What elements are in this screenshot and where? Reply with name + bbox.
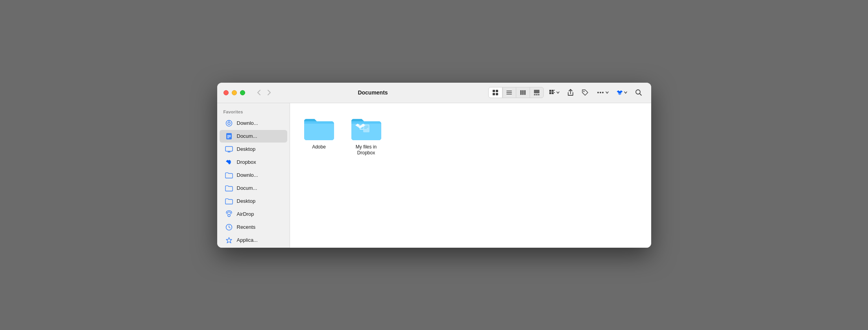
- view-toggle-group: [488, 87, 544, 98]
- svg-point-29: [228, 214, 230, 217]
- svg-rect-8: [522, 90, 524, 95]
- sidebar-item-desktop-folder[interactable]: Desktop: [220, 195, 287, 208]
- svg-rect-15: [552, 90, 554, 92]
- folder-my-files-dropbox-label: My files in Dropbox: [350, 144, 383, 156]
- finder-window: Documents: [217, 83, 651, 248]
- minimize-button[interactable]: [232, 90, 237, 95]
- svg-rect-1: [496, 90, 498, 92]
- view-list-button[interactable]: [502, 87, 516, 98]
- svg-rect-19: [554, 92, 555, 93]
- sidebar-item-downloads-icloud[interactable]: Downlo...: [220, 117, 287, 130]
- svg-rect-4: [506, 91, 512, 91]
- desktop-folder-icon: [225, 197, 233, 205]
- maximize-button[interactable]: [240, 90, 245, 95]
- sidebar-label-documents-folder: Docum...: [237, 185, 257, 191]
- folder-adobe-label: Adobe: [312, 144, 326, 150]
- sidebar-label-applications: Applica...: [237, 237, 258, 243]
- documents-folder-icon: [225, 184, 233, 192]
- sidebar-label-downloads-icloud: Downlo...: [237, 120, 258, 126]
- sidebar-item-documents[interactable]: Docum...: [220, 130, 287, 143]
- sidebar-label-airdrop: AirDrop: [237, 211, 254, 217]
- svg-point-26: [228, 122, 230, 124]
- applications-icon: [225, 236, 233, 244]
- my-files-dropbox-folder-icon: [351, 116, 382, 141]
- svg-rect-9: [524, 90, 526, 95]
- svg-rect-10: [534, 90, 539, 93]
- svg-rect-17: [549, 92, 551, 94]
- sidebar-item-creative[interactable]: Creativ...: [220, 247, 287, 248]
- svg-rect-27: [226, 133, 232, 139]
- sidebar-item-airdrop[interactable]: AirDrop: [220, 208, 287, 221]
- svg-rect-3: [496, 93, 498, 95]
- traffic-lights: [223, 90, 245, 95]
- svg-rect-0: [493, 90, 495, 92]
- svg-rect-13: [538, 94, 539, 95]
- folder-my-files-dropbox[interactable]: My files in Dropbox: [347, 113, 386, 159]
- nav-buttons: [255, 88, 273, 97]
- sidebar-item-recents[interactable]: Recents: [220, 221, 287, 234]
- toolbar-right: [488, 87, 645, 98]
- favorites-section-label: Favorites: [217, 108, 290, 117]
- svg-point-24: [636, 90, 640, 94]
- dropbox-button[interactable]: [614, 87, 630, 98]
- sidebar-label-recents: Recents: [237, 224, 256, 230]
- forward-button[interactable]: [265, 88, 273, 97]
- view-columns-button[interactable]: [516, 87, 530, 98]
- svg-rect-18: [552, 92, 554, 94]
- main-area: Favorites Downlo...: [217, 103, 651, 248]
- airdrop-icon: [225, 210, 233, 218]
- download-icloud-icon: [225, 119, 233, 127]
- desktop-icon: [225, 145, 233, 153]
- svg-point-23: [602, 92, 604, 93]
- svg-rect-11: [534, 94, 536, 95]
- svg-rect-16: [554, 90, 555, 91]
- adobe-folder-icon: [303, 116, 335, 141]
- sidebar-label-desktop-folder: Desktop: [237, 198, 256, 204]
- dropbox-sidebar-icon: [225, 158, 233, 166]
- content-area: Adobe: [290, 103, 651, 248]
- svg-rect-5: [506, 92, 512, 93]
- recents-icon: [225, 223, 233, 231]
- svg-point-22: [600, 92, 601, 93]
- view-icon-button[interactable]: [489, 87, 502, 98]
- svg-point-21: [597, 92, 599, 93]
- sidebar-item-documents-folder[interactable]: Docum...: [220, 182, 287, 195]
- group-button[interactable]: [546, 87, 562, 98]
- sidebar-item-dropbox[interactable]: Dropbox: [220, 156, 287, 169]
- share-button[interactable]: [565, 87, 576, 98]
- window-title: Documents: [278, 89, 468, 96]
- sidebar-label-documents: Docum...: [237, 133, 257, 139]
- search-button[interactable]: [632, 87, 645, 98]
- tag-button[interactable]: [579, 87, 591, 98]
- title-bar: Documents: [217, 83, 651, 103]
- sidebar-item-desktop[interactable]: Desktop: [220, 143, 287, 156]
- sidebar: Favorites Downlo...: [217, 103, 290, 248]
- documents-icon: [225, 132, 233, 140]
- svg-rect-6: [506, 94, 512, 95]
- svg-rect-2: [493, 93, 495, 95]
- svg-point-20: [583, 91, 584, 92]
- more-button[interactable]: [594, 89, 611, 96]
- svg-rect-7: [520, 90, 522, 95]
- sidebar-item-applications[interactable]: Applica...: [220, 234, 287, 247]
- sidebar-item-downloads-folder[interactable]: Downlo...: [220, 169, 287, 182]
- svg-rect-14: [549, 90, 551, 92]
- back-button[interactable]: [255, 88, 263, 97]
- folder-adobe[interactable]: Adobe: [299, 113, 339, 159]
- svg-rect-12: [536, 94, 537, 95]
- downloads-folder-icon: [225, 171, 233, 179]
- sidebar-label-downloads-folder: Downlo...: [237, 172, 258, 178]
- close-button[interactable]: [223, 90, 229, 95]
- sidebar-label-dropbox: Dropbox: [237, 159, 256, 165]
- sidebar-label-desktop: Desktop: [237, 146, 256, 152]
- view-gallery-button[interactable]: [530, 87, 543, 98]
- svg-rect-28: [225, 146, 233, 151]
- icon-grid: Adobe: [299, 113, 642, 159]
